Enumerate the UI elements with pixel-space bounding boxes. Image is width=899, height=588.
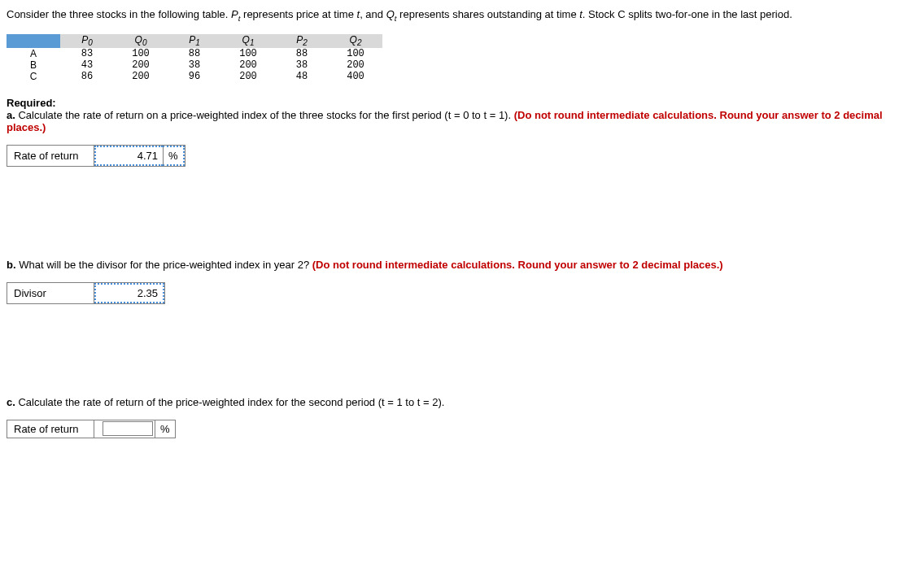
answer-c-input[interactable] (103, 421, 153, 436)
question-b: b. What will be the divisor for the pric… (7, 259, 892, 304)
answer-c-label: Rate of return (7, 420, 94, 438)
answer-b-row: Divisor 2.35 (7, 282, 165, 304)
col-Q0: Q0 (114, 34, 168, 47)
answer-a-value[interactable]: 4.71 (94, 146, 163, 166)
col-P2: P2 (275, 34, 329, 47)
answer-b-label: Divisor (7, 283, 94, 303)
question-c: c. Calculate the rate of return of the p… (7, 396, 892, 438)
question-a: Required: a. Calculate the rate of retur… (7, 97, 892, 167)
answer-c-input-cell (94, 420, 155, 438)
table-row: A 83 100 88 100 88 100 (7, 48, 382, 59)
answer-a-row: Rate of return 4.71 % (7, 145, 185, 167)
answer-a-label: Rate of return (7, 146, 94, 166)
col-Q1: Q1 (221, 34, 275, 47)
answer-c-unit: % (155, 420, 175, 438)
required-header: Required: (7, 97, 892, 109)
stock-data-table: P0 Q0 P1 Q1 P2 Q2 A 83 100 88 100 88 100… (7, 34, 382, 81)
answer-a-unit: % (163, 146, 185, 166)
col-P1: P1 (168, 34, 221, 47)
table-row: B 43 200 38 200 38 200 (7, 59, 382, 71)
answer-b-value[interactable]: 2.35 (94, 283, 164, 303)
table-row: C 86 200 96 200 48 400 (7, 71, 382, 82)
problem-intro: Consider the three stocks in the followi… (7, 7, 892, 24)
answer-c-row: Rate of return % (7, 420, 176, 438)
table-corner (7, 34, 60, 47)
col-Q2: Q2 (329, 34, 382, 47)
col-P0: P0 (60, 34, 114, 47)
